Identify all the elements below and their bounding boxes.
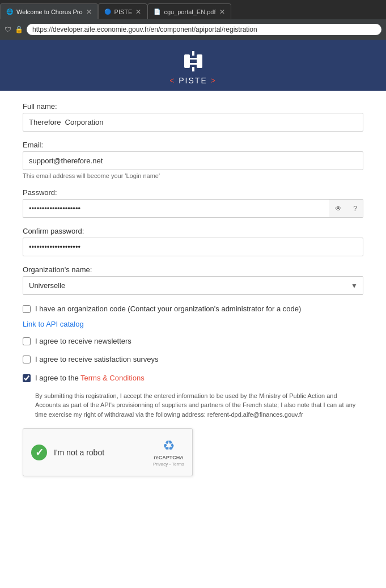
password-input[interactable]: [23, 199, 329, 218]
eye-icon: 👁: [335, 205, 342, 213]
org-name-select[interactable]: Universelle: [23, 276, 363, 295]
terms-checkbox-group: I agree to the Terms & Conditions: [23, 373, 363, 383]
piste-logo: [181, 49, 206, 74]
password-wrapper: 👁 ?: [23, 199, 363, 218]
tab-close-chorus[interactable]: ✕: [86, 8, 92, 16]
page-content: Full name: Email: This email address wil…: [0, 91, 386, 588]
full-name-input[interactable]: [23, 113, 363, 132]
tab-label-pdf: cgu_portal_EN.pdf: [164, 9, 215, 15]
piste-text: PISTE: [179, 76, 210, 85]
tab-piste[interactable]: 🔵 PISTE ✕: [98, 3, 148, 19]
org-name-label: Organization's name:: [23, 265, 363, 274]
tab-label-piste: PISTE: [114, 9, 133, 15]
confirm-password-input[interactable]: [23, 238, 363, 256]
newsletter-checkbox[interactable]: [23, 337, 31, 345]
email-label: Email:: [23, 141, 363, 149]
address-bar: 🛡 🔒: [0, 19, 386, 40]
org-name-select-wrapper: Universelle ▼: [23, 276, 363, 295]
address-input[interactable]: [27, 24, 381, 35]
piste-header: < PISTE >: [0, 40, 386, 91]
newsletter-label: I agree to receive newsletters: [35, 336, 132, 346]
full-name-label: Full name:: [23, 102, 363, 111]
link-api-catalog[interactable]: Link to API catalog: [23, 320, 363, 328]
email-group: Email: This email address will become yo…: [23, 141, 363, 179]
svg-rect-2: [189, 58, 198, 60]
tab-bar: 🌐 Welcome to Chorus Pro ✕ 🔵 PISTE ✕ 📄 cg…: [0, 0, 386, 19]
shield-icon: 🛡: [5, 26, 11, 33]
form-area: Full name: Email: This email address wil…: [0, 91, 386, 493]
recaptcha-checkmark: ✓: [31, 445, 47, 460]
org-name-group: Organization's name: Universelle ▼: [23, 265, 363, 295]
terms-conditions-link[interactable]: Terms & Conditions: [80, 374, 145, 382]
surveys-checkbox-group: I agree to receive satisfaction surveys: [23, 354, 363, 365]
newsletter-checkbox-group: I agree to receive newsletters: [23, 336, 363, 346]
tab-label-chorus: Welcome to Chorus Pro: [16, 9, 83, 15]
org-code-label: I have an organization code (Contact you…: [35, 304, 301, 314]
recaptcha-label: I'm not a robot: [54, 448, 104, 457]
surveys-checkbox[interactable]: [23, 356, 31, 363]
recaptcha-logo-icon: ♻: [163, 438, 175, 454]
password-group: Password: 👁 ?: [23, 188, 363, 218]
password-toggle-button[interactable]: 👁: [329, 199, 347, 218]
terms-body-text: By submitting this registration, I accep…: [35, 391, 363, 420]
surveys-label: I agree to receive satisfaction surveys: [35, 354, 159, 365]
recaptcha-box[interactable]: ✓ I'm not a robot ♻ reCAPTCHA Privacy - …: [23, 428, 193, 476]
tab-close-pdf[interactable]: ✕: [219, 8, 225, 16]
piste-logo-icon: [181, 49, 206, 74]
terms-prefix: I agree to the: [35, 374, 80, 382]
tab-favicon-piste: 🔵: [104, 9, 111, 15]
email-hint: This email address will become your 'Log…: [23, 172, 363, 179]
tab-pdf[interactable]: 📄 cgu_portal_EN.pdf ✕: [147, 3, 231, 19]
piste-left-angle: <: [169, 76, 175, 85]
lock-icon: 🔒: [15, 26, 23, 33]
password-label: Password:: [23, 188, 363, 197]
svg-rect-5: [192, 67, 194, 71]
piste-label: < PISTE >: [169, 76, 217, 85]
tab-favicon-pdf: 📄: [154, 9, 160, 15]
recaptcha-left: ✓ I'm not a robot: [31, 445, 104, 460]
terms-checkbox[interactable]: [23, 374, 31, 382]
svg-rect-4: [192, 51, 194, 56]
recaptcha-links: Privacy - Terms: [153, 462, 184, 467]
recaptcha-brand: reCAPTCHA: [154, 455, 184, 460]
email-input[interactable]: [23, 151, 363, 170]
svg-rect-1: [197, 54, 202, 68]
svg-rect-3: [189, 63, 198, 65]
piste-right-angle: >: [211, 76, 217, 85]
svg-rect-0: [184, 54, 190, 68]
tab-favicon-chorus: 🌐: [6, 9, 13, 15]
password-help-button[interactable]: ?: [347, 199, 363, 218]
org-code-checkbox-group: I have an organization code (Contact you…: [23, 304, 363, 314]
org-code-checkbox[interactable]: [23, 305, 31, 313]
browser-chrome: 🌐 Welcome to Chorus Pro ✕ 🔵 PISTE ✕ 📄 cg…: [0, 0, 386, 40]
full-name-group: Full name:: [23, 102, 363, 132]
recaptcha-right: ♻ reCAPTCHA Privacy - Terms: [153, 438, 184, 467]
tab-close-piste[interactable]: ✕: [135, 8, 141, 16]
tab-chorus[interactable]: 🌐 Welcome to Chorus Pro ✕: [0, 3, 98, 19]
confirm-password-group: Confirm password:: [23, 227, 363, 256]
question-mark-icon: ?: [353, 205, 357, 213]
confirm-password-label: Confirm password:: [23, 227, 363, 235]
terms-label: I agree to the Terms & Conditions: [35, 373, 145, 383]
